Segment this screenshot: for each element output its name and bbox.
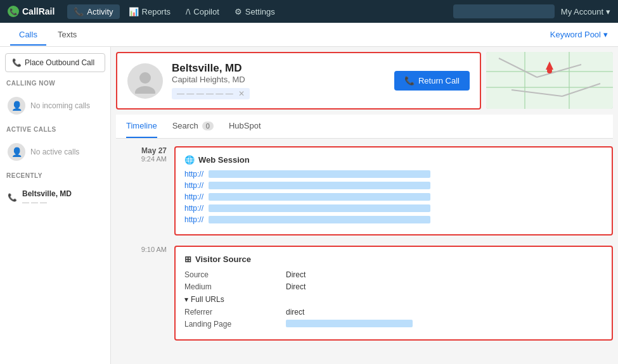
nav-items: 📞 Activity 📊 Reports /\ Copilot ⚙ Settin… bbox=[67, 4, 453, 19]
logo: 📞 CallRail bbox=[8, 6, 55, 17]
sub-nav: Calls Texts Keyword Pool ▾ bbox=[0, 23, 618, 47]
recent-item[interactable]: 📞 Beltsville, MD — — — bbox=[5, 185, 105, 210]
tab-texts[interactable]: Texts bbox=[49, 25, 86, 46]
active-calls-label: ACTIVE CALLS bbox=[5, 123, 105, 134]
landing-page-row: Landing Page bbox=[184, 320, 603, 329]
svg-point-0 bbox=[139, 72, 151, 84]
svg-rect-5 bbox=[524, 52, 525, 109]
phone-row: — — — — — — ✕ bbox=[172, 88, 385, 99]
reports-icon: 📊 bbox=[129, 7, 139, 16]
avatar: 👤 bbox=[8, 143, 25, 161]
no-active-calls: 👤 No active calls bbox=[5, 139, 105, 165]
calling-now-label: CALLING NOW bbox=[5, 77, 105, 88]
search-badge: 0 bbox=[202, 122, 214, 130]
map-placeholder bbox=[486, 52, 613, 109]
url-row-0: http:// bbox=[184, 170, 603, 179]
url-row-1: http:// bbox=[184, 181, 603, 190]
return-call-button[interactable]: 📞 Return Call bbox=[394, 71, 470, 91]
timeline-row-web-session: May 27 9:24 AM 🌐 Web Session http:// htt… bbox=[116, 146, 613, 235]
referrer-row: Referrer direct bbox=[184, 308, 603, 317]
logo-text: CallRail bbox=[22, 6, 55, 16]
timeline-row-visitor-source: 9:10 AM ⊞ Visitor Source Source Direct M… bbox=[116, 246, 613, 341]
tab-timeline[interactable]: Timeline bbox=[126, 115, 157, 138]
avatar: 👤 bbox=[8, 97, 25, 115]
globe-icon: 🌐 bbox=[184, 155, 195, 165]
svg-rect-6 bbox=[569, 52, 570, 109]
svg-point-1 bbox=[135, 86, 155, 94]
svg-rect-4 bbox=[486, 87, 613, 88]
chevron-down-icon: ▾ bbox=[603, 30, 608, 39]
visitor-icon: ⊞ bbox=[184, 254, 191, 264]
top-search-input[interactable] bbox=[453, 4, 555, 18]
recently-label: RECENTLY bbox=[5, 170, 105, 180]
contact-info: Beltsville, MD Capital Heights, MD — — —… bbox=[172, 62, 385, 99]
contact-city: Beltsville, MD bbox=[172, 62, 385, 75]
nav-item-copilot[interactable]: /\ Copilot bbox=[179, 4, 226, 19]
svg-rect-2 bbox=[486, 52, 613, 109]
source-row: Source Direct bbox=[184, 270, 603, 279]
place-outbound-button[interactable]: 📞 Place Outbound Call bbox=[5, 53, 105, 72]
keyword-pool-button[interactable]: Keyword Pool ▾ bbox=[550, 30, 608, 39]
no-incoming-calls: 👤 No incoming calls bbox=[5, 93, 105, 118]
timeline-tabs: Timeline Search 0 HubSpot bbox=[116, 115, 613, 139]
nav-item-settings[interactable]: ⚙ Settings bbox=[228, 4, 281, 19]
settings-icon: ⚙ bbox=[235, 7, 242, 16]
svg-point-12 bbox=[547, 68, 552, 73]
nav-item-activity[interactable]: 📞 Activity bbox=[67, 4, 119, 19]
contact-header: Beltsville, MD Capital Heights, MD — — —… bbox=[116, 52, 481, 110]
contact-state: Capital Heights, MD bbox=[172, 75, 385, 84]
timeline-date: May 27 9:24 AM bbox=[116, 146, 167, 235]
phone-icon: 📞 bbox=[12, 58, 22, 67]
timeline-date-2: 9:10 AM bbox=[116, 246, 167, 341]
content: Beltsville, MD Capital Heights, MD — — —… bbox=[111, 47, 618, 364]
recent-item-number: — — — bbox=[22, 198, 72, 206]
nav-item-reports[interactable]: 📊 Reports bbox=[122, 4, 177, 19]
main-layout: 📞 Place Outbound Call CALLING NOW 👤 No i… bbox=[0, 47, 618, 364]
close-icon[interactable]: ✕ bbox=[238, 89, 245, 98]
phone-icon: 📞 bbox=[404, 76, 415, 85]
full-urls-toggle[interactable]: ▾ Full URLs bbox=[184, 295, 603, 304]
chevron-down-icon: ▾ bbox=[184, 295, 188, 304]
visitor-source-card: ⊞ Visitor Source Source Direct Medium Di… bbox=[174, 246, 613, 341]
contact-avatar bbox=[127, 63, 163, 99]
account-button[interactable]: My Account ▾ bbox=[561, 7, 610, 16]
activity-icon: 📞 bbox=[74, 7, 84, 16]
recent-item-name: Beltsville, MD bbox=[22, 189, 72, 198]
sidebar: 📞 Place Outbound Call CALLING NOW 👤 No i… bbox=[0, 47, 111, 364]
url-row-4: http:// bbox=[184, 215, 603, 224]
phone-number: — — — — — — ✕ bbox=[172, 88, 250, 99]
logo-icon: 📞 bbox=[8, 6, 19, 17]
timeline-content: May 27 9:24 AM 🌐 Web Session http:// htt… bbox=[111, 139, 618, 364]
nav-right: My Account ▾ bbox=[453, 4, 610, 18]
medium-row: Medium Direct bbox=[184, 282, 603, 291]
web-session-card: 🌐 Web Session http:// http:// http:// bbox=[174, 146, 613, 235]
sub-nav-tabs: Calls Texts bbox=[10, 25, 86, 45]
tab-calls[interactable]: Calls bbox=[10, 25, 46, 46]
landing-page-blur bbox=[286, 320, 413, 327]
url-row-3: http:// bbox=[184, 204, 603, 213]
phone-icon: 📞 bbox=[8, 193, 17, 202]
url-row-2: http:// bbox=[184, 192, 603, 201]
top-nav: 📞 CallRail 📞 Activity 📊 Reports /\ Copil… bbox=[0, 0, 618, 23]
tab-hubspot[interactable]: HubSpot bbox=[229, 115, 261, 138]
copilot-icon: /\ bbox=[186, 7, 190, 16]
chevron-down-icon: ▾ bbox=[606, 7, 610, 16]
tab-search[interactable]: Search 0 bbox=[172, 115, 214, 138]
